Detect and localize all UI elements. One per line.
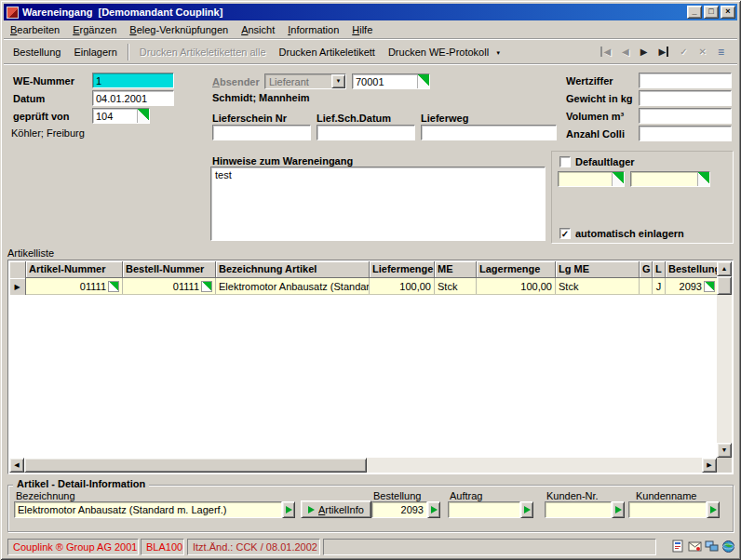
- cell-bezeichnung: Elektromotor Anbausatz (Standard: [216, 278, 370, 294]
- defaultlager-lager-lookup-icon[interactable]: [612, 172, 624, 186]
- volumen-field[interactable]: [639, 108, 732, 124]
- menu-ergaenzen[interactable]: Ergänzen: [66, 21, 123, 38]
- kundenname-goto-button[interactable]: [707, 501, 720, 518]
- datum-label: Datum: [13, 93, 45, 104]
- title-bar: Wareneingang [Demomandant Couplink] _ □ …: [4, 4, 737, 20]
- toolbar-bestellung-button[interactable]: Bestellung: [7, 43, 67, 61]
- absender-nummer-field[interactable]: [353, 74, 417, 88]
- toolbar-drucken-artikeletiketten-alle-button: Drucken Artikeletiketten alle: [133, 43, 273, 61]
- bezeichnung-field[interactable]: [14, 501, 282, 518]
- artikel-detail-title: Artikel - Detail-Information: [13, 478, 149, 489]
- absender-typ-combobox[interactable]: Lieferant ▼: [264, 73, 346, 89]
- kundenname-field[interactable]: [628, 501, 707, 518]
- cell-lagermenge: 100,00: [477, 278, 556, 294]
- menu-beleg-verknuepfungen[interactable]: Beleg-Verknüpfungen: [123, 21, 235, 38]
- toolbar-einlagern-button[interactable]: Einlagern: [67, 43, 123, 61]
- document-icon[interactable]: [671, 540, 685, 553]
- geprueft-von-name-text: Köhler; Freiburg: [11, 127, 85, 139]
- artikelinfo-button-label: ArtikelInfo: [318, 504, 364, 515]
- hinweise-textarea[interactable]: test: [210, 167, 546, 241]
- menu-hilfe[interactable]: Hilfe: [345, 21, 379, 38]
- bezeichnung-goto-button[interactable]: [282, 501, 295, 518]
- bestellung-goto-button[interactable]: [427, 501, 440, 518]
- close-button[interactable]: ×: [721, 6, 735, 19]
- menu-bearbeiten[interactable]: Bearbeiten: [4, 21, 66, 38]
- green-arrow-icon: [524, 506, 531, 513]
- defaultlager-checkbox[interactable]: [559, 156, 571, 167]
- column-header-liefermenge[interactable]: Liefermenge: [370, 261, 435, 278]
- minimize-button[interactable]: _: [687, 6, 702, 19]
- geprueft-von-field[interactable]: [93, 109, 137, 123]
- cell-bestellung: 2093: [666, 278, 719, 294]
- defaultlager-platz-lookup-icon[interactable]: [697, 172, 709, 186]
- scroll-left-button[interactable]: ◀: [9, 458, 24, 473]
- column-header-bestellung[interactable]: Bestellung: [666, 261, 719, 278]
- auftrag-goto-button[interactable]: [520, 501, 533, 518]
- mail-icon[interactable]: [688, 540, 702, 553]
- defaultlager-lager-field[interactable]: [559, 172, 612, 186]
- combo-arrow-icon[interactable]: ▼: [331, 74, 345, 88]
- column-header-artikel-nummer[interactable]: Artikel-Nummer: [26, 261, 123, 278]
- cell-artikel-nummer-value: 01111: [29, 281, 106, 292]
- column-header-lg-me[interactable]: Lg ME: [556, 261, 640, 278]
- column-header-lagermenge[interactable]: Lagermenge: [477, 261, 556, 278]
- vertical-scrollbar-thumb[interactable]: [717, 276, 732, 295]
- menu-information[interactable]: Information: [281, 21, 345, 38]
- gewicht-field[interactable]: [639, 90, 732, 106]
- scroll-up-button[interactable]: ▲: [717, 261, 732, 276]
- network-icon[interactable]: [705, 540, 719, 553]
- automatisch-einlagern-checkbox[interactable]: ✓: [559, 228, 571, 239]
- green-arrow-icon: [710, 506, 717, 513]
- scroll-down-button[interactable]: ▼: [717, 443, 732, 458]
- lieferweg-field[interactable]: [421, 125, 557, 140]
- kunden-nr-goto-button[interactable]: [612, 501, 625, 518]
- horizontal-scrollbar[interactable]: ◀ ▶: [9, 458, 717, 473]
- edit-record-button[interactable]: ≡: [718, 46, 724, 59]
- vertical-scrollbar[interactable]: ▲ ▼: [717, 261, 732, 458]
- scroll-right-button[interactable]: ▶: [702, 458, 717, 473]
- scrollbar-corner: [717, 458, 732, 473]
- column-header-bezeichnung[interactable]: Bezeichnung Artikel: [216, 261, 370, 278]
- auftrag-field[interactable]: [448, 501, 520, 518]
- bestellung-field[interactable]: [371, 501, 427, 518]
- menu-ansicht[interactable]: Ansicht: [235, 21, 281, 38]
- table-row[interactable]: ▶ 01111 01111 Elektromotor Anbausatz (St…: [9, 278, 719, 295]
- globe-icon[interactable]: [721, 540, 735, 553]
- horizontal-scrollbar-thumb[interactable]: [24, 458, 367, 473]
- artikel-lookup-icon[interactable]: [108, 281, 119, 292]
- cell-g: [640, 278, 653, 294]
- lieferschein-nr-label: Lieferschein Nr: [212, 113, 287, 124]
- lieferschein-nr-field[interactable]: [212, 125, 311, 140]
- anzahl-colli-field[interactable]: [639, 126, 732, 141]
- toolbar-drucken-artikeletikett-button[interactable]: Drucken Artikeletikett: [273, 43, 382, 61]
- hinweise-label: Hinweise zum Wareneingang: [212, 155, 353, 167]
- lief-sch-datum-field[interactable]: [317, 125, 415, 140]
- absender-lookup-icon[interactable]: [417, 74, 429, 88]
- we-nummer-label: WE-Nummer: [13, 75, 74, 87]
- column-header-g[interactable]: G: [640, 261, 653, 278]
- artikelinfo-button[interactable]: ArtikelInfo: [301, 500, 371, 518]
- chevron-down-icon[interactable]: ▼: [495, 48, 505, 56]
- column-header-me[interactable]: ME: [435, 261, 477, 278]
- status-bar: Couplink ® Group AG 2001 BLA100 Itzt.Änd…: [4, 538, 737, 556]
- defaultlager-platz-field[interactable]: [631, 172, 697, 186]
- absender-nummer-lookup-field: [352, 73, 430, 89]
- kunden-nr-field[interactable]: [545, 501, 612, 518]
- geprueft-von-lookup-icon[interactable]: [137, 109, 149, 123]
- artikel-detail-groupbox: Artikel - Detail-Information Bezeichnung…: [7, 485, 734, 532]
- next-record-button[interactable]: ▶: [640, 47, 648, 57]
- toolbar-drucken-we-protokoll-button[interactable]: Drucken WE-Protokoll: [382, 43, 495, 61]
- bestellung-lookup-icon[interactable]: [704, 281, 715, 292]
- wertziffer-field[interactable]: [639, 73, 732, 88]
- we-nummer-field[interactable]: [92, 73, 174, 88]
- last-record-button[interactable]: ▶: [659, 47, 669, 57]
- defaultlager-platz-lookup: [630, 171, 710, 187]
- maximize-button[interactable]: □: [704, 6, 719, 19]
- column-header-bestell-nummer[interactable]: Bestell-Nummer: [123, 261, 216, 278]
- kunden-nr-label: Kunden-Nr.: [546, 490, 599, 501]
- column-header-l[interactable]: L: [653, 261, 666, 278]
- datum-field[interactable]: [92, 90, 174, 106]
- bestell-lookup-icon[interactable]: [201, 281, 212, 292]
- geprueft-von-label: geprüft von: [13, 111, 70, 122]
- cell-bestellung-value: 2093: [668, 281, 702, 292]
